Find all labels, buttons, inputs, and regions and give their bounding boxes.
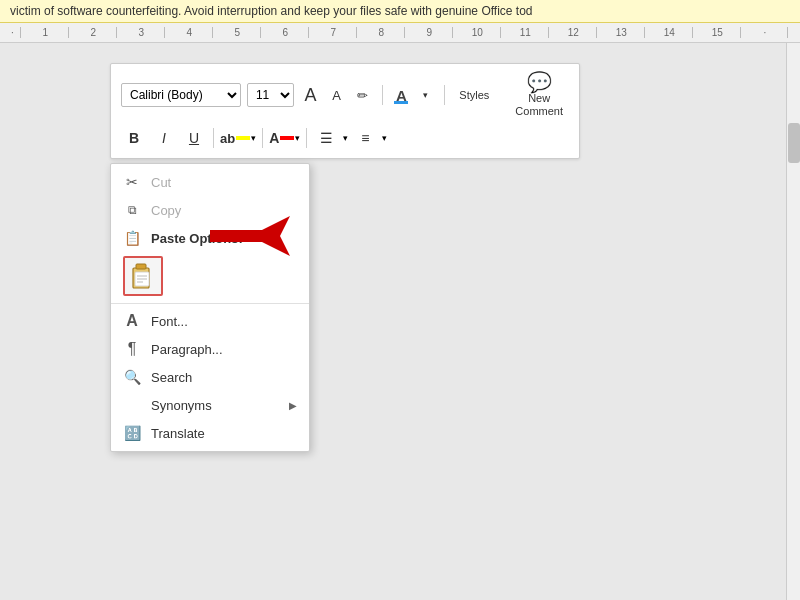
numbered-list-button[interactable]: ≡ bbox=[352, 126, 378, 150]
menu-item-paste-options: 📋 Paste Options: bbox=[111, 224, 309, 252]
paste-icon: 📋 bbox=[123, 229, 141, 247]
ruler-tick: 1 bbox=[20, 27, 68, 38]
ruler-tick: 13 bbox=[596, 27, 644, 38]
new-comment-label: NewComment bbox=[515, 92, 563, 118]
highlight-dropdown[interactable]: ▾ bbox=[251, 133, 256, 143]
ruler-tick: 15 bbox=[692, 27, 740, 38]
highlight-bar bbox=[236, 136, 250, 140]
translate-label: Translate bbox=[151, 426, 205, 441]
ruler-tick: 3 bbox=[116, 27, 164, 38]
paste-options-row bbox=[111, 252, 309, 300]
ruler: · 1 2 3 4 5 6 7 8 9 10 11 12 13 14 15 · bbox=[0, 23, 800, 43]
font-color-dropdown2[interactable]: ▾ bbox=[295, 133, 300, 143]
font-size-icons: A A ✏ bbox=[300, 84, 374, 106]
paragraph-icon: ¶ bbox=[123, 340, 141, 358]
menu-item-font[interactable]: A Font... bbox=[111, 307, 309, 335]
menu-item-cut[interactable]: ✂ Cut bbox=[111, 168, 309, 196]
synonyms-arrow: ▶ bbox=[289, 400, 297, 411]
warning-banner: victim of software counterfeiting. Avoid… bbox=[0, 0, 800, 23]
font-icon: A bbox=[123, 312, 141, 330]
styles-label: Styles bbox=[459, 89, 489, 101]
search-icon: 🔍 bbox=[123, 368, 141, 386]
paragraph-label: Paragraph... bbox=[151, 342, 223, 357]
ruler-tick: 7 bbox=[308, 27, 356, 38]
ribbon-toolbar: Calibri (Body) 11 A A ✏ A ▾ Styles bbox=[110, 63, 580, 159]
scrollbar[interactable] bbox=[786, 43, 800, 600]
styles-button[interactable]: Styles bbox=[453, 87, 495, 103]
menu-item-copy[interactable]: ⧉ Copy bbox=[111, 196, 309, 224]
copy-icon: ⧉ bbox=[123, 201, 141, 219]
paste-keep-formatting-button[interactable] bbox=[123, 256, 163, 296]
ruler-tick: 8 bbox=[356, 27, 404, 38]
ruler-tick: 10 bbox=[452, 27, 500, 38]
clear-format-icon[interactable]: ✏ bbox=[352, 84, 374, 106]
font-color-a-group[interactable]: A ▾ bbox=[269, 130, 300, 146]
ruler-tick: · bbox=[740, 27, 788, 38]
font-name-select[interactable]: Calibri (Body) bbox=[121, 83, 241, 107]
document-area: Calibri (Body) 11 A A ✏ A ▾ Styles bbox=[0, 43, 800, 600]
paste-clipboard-icon bbox=[131, 262, 155, 290]
search-label: Search bbox=[151, 370, 192, 385]
menu-item-synonyms[interactable]: Synonyms ▶ bbox=[111, 391, 309, 419]
numbered-dropdown[interactable]: ▾ bbox=[382, 133, 387, 143]
font-label: Font... bbox=[151, 314, 188, 329]
copy-label: Copy bbox=[151, 203, 181, 218]
menu-item-translate[interactable]: 🔠 Translate bbox=[111, 419, 309, 447]
font-color-a-bar bbox=[280, 136, 294, 140]
font-color-bar bbox=[394, 101, 408, 104]
decrease-font-icon[interactable]: A bbox=[326, 84, 348, 106]
new-comment-button[interactable]: 💬 NewComment bbox=[509, 70, 569, 120]
ruler-tick: 9 bbox=[404, 27, 452, 38]
ribbon-row2: B I U ab ▾ A ▾ ☰ ▾ ≡ ▾ bbox=[121, 126, 569, 150]
cut-label: Cut bbox=[151, 175, 171, 190]
bullet-dropdown[interactable]: ▾ bbox=[343, 133, 348, 143]
ribbon-row1: Calibri (Body) 11 A A ✏ A ▾ Styles bbox=[121, 70, 569, 120]
svg-rect-1 bbox=[136, 264, 146, 269]
italic-button[interactable]: I bbox=[151, 126, 177, 150]
ruler-tick: 4 bbox=[164, 27, 212, 38]
menu-item-search[interactable]: 🔍 Search bbox=[111, 363, 309, 391]
ruler-tick: 12 bbox=[548, 27, 596, 38]
ruler-content: · 1 2 3 4 5 6 7 8 9 10 11 12 13 14 15 · bbox=[0, 27, 800, 38]
ruler-tick: 6 bbox=[260, 27, 308, 38]
divider1 bbox=[382, 85, 383, 105]
menu-separator1 bbox=[111, 303, 309, 304]
translate-icon: 🔠 bbox=[123, 424, 141, 442]
scrollbar-thumb[interactable] bbox=[788, 123, 800, 163]
divider5 bbox=[306, 128, 307, 148]
bullet-list-button[interactable]: ☰ bbox=[313, 126, 339, 150]
ruler-tick: 5 bbox=[212, 27, 260, 38]
context-menu: ✂ Cut ⧉ Copy 📋 Paste Options: bbox=[110, 163, 310, 452]
ruler-tick: 2 bbox=[68, 27, 116, 38]
underline-button[interactable]: U bbox=[181, 126, 207, 150]
ruler-tick: · bbox=[5, 27, 20, 38]
font-size-select[interactable]: 11 bbox=[247, 83, 294, 107]
highlight-group[interactable]: ab ▾ bbox=[220, 131, 256, 146]
comment-icon: 💬 bbox=[527, 72, 552, 92]
highlight-label: ab bbox=[220, 131, 235, 146]
ruler-tick: 14 bbox=[644, 27, 692, 38]
synonyms-label: Synonyms bbox=[151, 398, 212, 413]
divider2 bbox=[444, 85, 445, 105]
font-color-dropdown[interactable]: ▾ bbox=[414, 84, 436, 106]
synonyms-icon bbox=[123, 396, 141, 414]
ruler-tick: 11 bbox=[500, 27, 548, 38]
divider3 bbox=[213, 128, 214, 148]
font-color-a: A bbox=[269, 130, 279, 146]
menu-item-paragraph[interactable]: ¶ Paragraph... bbox=[111, 335, 309, 363]
paste-options-label: Paste Options: bbox=[151, 231, 243, 246]
bold-button[interactable]: B bbox=[121, 126, 147, 150]
increase-font-icon[interactable]: A bbox=[300, 84, 322, 106]
font-color-icon[interactable]: A bbox=[390, 84, 412, 106]
font-color-group: A ▾ bbox=[390, 84, 436, 106]
warning-text: victim of software counterfeiting. Avoid… bbox=[10, 4, 533, 18]
cut-icon: ✂ bbox=[123, 173, 141, 191]
divider4 bbox=[262, 128, 263, 148]
